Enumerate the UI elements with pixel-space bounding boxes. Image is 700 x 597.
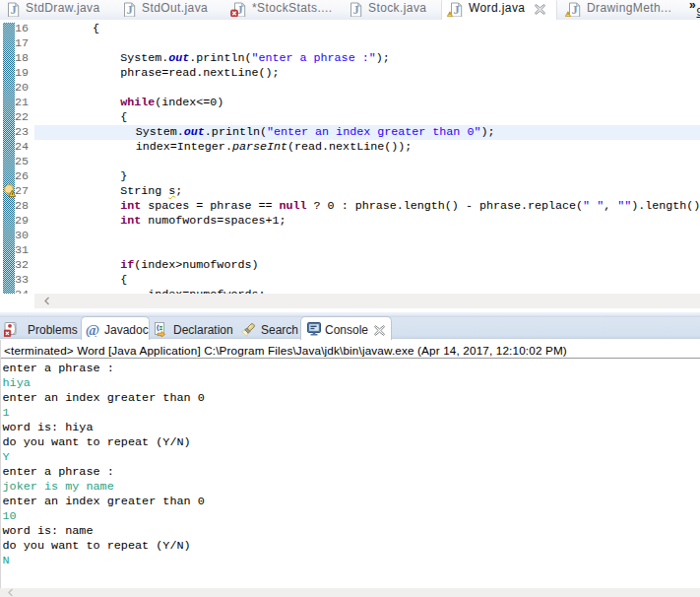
svg-text:J: J [126,3,132,17]
svg-text:J: J [10,3,16,17]
svg-text:J: J [352,3,358,17]
svg-text:J: J [453,3,459,17]
svg-text:@: @ [86,321,99,337]
svg-text:J: J [571,3,577,17]
